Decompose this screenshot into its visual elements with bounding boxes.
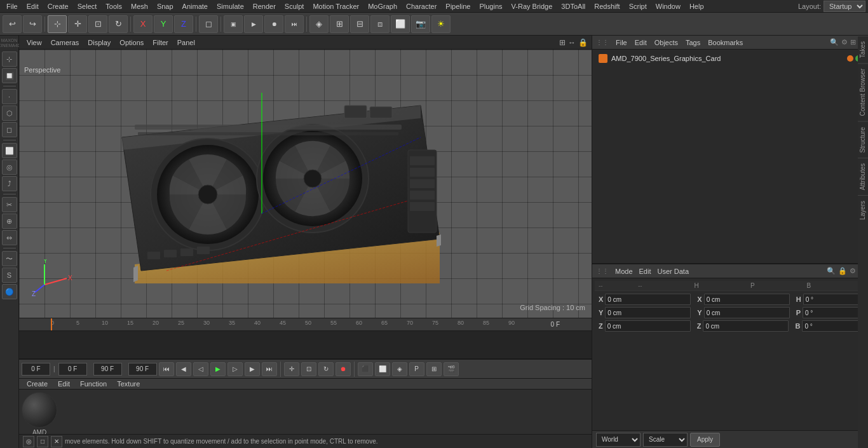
light-button[interactable]: ☀ [431,15,451,33]
mat-function[interactable]: Function [76,379,111,389]
lt-weld[interactable]: ⊕ [2,214,17,229]
x-axis-button[interactable]: X [133,15,153,33]
om-tags[interactable]: Tags [682,38,703,47]
vtab-content-browser[interactable]: Content Browser [858,63,868,121]
redo-button[interactable]: ↪ [23,15,42,33]
lt-polygons[interactable]: ◻ [2,122,17,137]
object-mode-button[interactable]: ◻ [199,15,218,33]
world-dropdown[interactable]: World [596,433,641,447]
z-axis-button[interactable]: Z [174,15,193,33]
attr-mode-btn[interactable]: Mode [613,266,635,276]
loop-button[interactable]: ↻ [318,362,334,376]
next-frame-button[interactable]: ▶ [245,362,260,376]
om-object-item[interactable]: AMD_7900_Series_Graphics_Card [595,52,865,65]
lt-bridge[interactable]: ⇔ [2,230,17,245]
vtab-layers[interactable]: Layers [858,195,868,225]
menu-window[interactable]: Window [652,1,684,11]
scale-tool-button[interactable]: ⊡ [88,15,107,33]
vp-view[interactable]: View [23,37,46,48]
coord-z-pos-input[interactable] [605,320,691,332]
key-type-button[interactable]: ◈ [392,362,407,376]
render-region-button[interactable]: ▣ [224,15,243,33]
play-button[interactable]: ▶ [210,362,226,376]
prev-key-button[interactable]: ◁ [193,362,208,376]
workplane-button[interactable]: ⊟ [350,15,369,33]
attr-lock-icon[interactable]: 🔒 [838,267,847,275]
om-bookmarks[interactable]: Bookmarks [705,38,746,47]
first-frame-button[interactable]: ⏮ [159,362,174,376]
menu-mesh[interactable]: Mesh [127,1,152,11]
menu-sculpt[interactable]: Sculpt [281,1,308,11]
lt-points[interactable]: · [2,89,17,104]
attr-settings-icon[interactable]: ⚙ [850,267,856,275]
om-search-icon[interactable]: 🔍 [830,38,839,46]
current-frame-input[interactable] [58,363,87,376]
om-objects[interactable]: Objects [651,38,681,47]
render-all-button[interactable]: ⏺ [264,15,283,33]
render-queue-button[interactable]: ⏭ [285,15,304,33]
prev-frame-button[interactable]: ◀ [176,362,191,376]
menu-snap[interactable]: Snap [153,1,177,11]
scale-key-button[interactable]: ⊡ [301,362,316,376]
menu-tools[interactable]: Tools [102,1,126,11]
coord-x-pos-input[interactable] [605,294,691,305]
lt-smooth[interactable]: ◎ [2,160,17,175]
timeline-track[interactable] [19,331,592,359]
floor-button[interactable]: ⬜ [391,15,410,33]
menu-motion-tracker[interactable]: Motion Tracker [309,1,363,11]
menu-help[interactable]: Help [686,1,708,11]
end-frame-input-2[interactable] [128,363,157,376]
key-auto-button[interactable]: P [409,362,424,376]
status-icon-1[interactable]: ◎ [23,436,34,447]
lt-select-texture[interactable]: 🔲 [2,68,17,83]
key-add-button[interactable]: ⬛ [358,362,373,376]
key-all-button[interactable]: ⊞ [426,362,442,376]
lt-spline[interactable]: 〜 [2,251,17,266]
undo-button[interactable]: ↩ [3,15,22,33]
object-snap-button[interactable]: ◈ [309,15,329,33]
attr-edit-btn[interactable]: Edit [637,266,654,276]
menu-render[interactable]: Render [249,1,280,11]
material-item[interactable]: AMD [22,392,57,436]
move-key-button[interactable]: ✛ [284,362,299,376]
mat-texture[interactable]: Texture [113,379,144,389]
menu-redshift[interactable]: Redshift [590,1,623,11]
vp-cameras[interactable]: Cameras [47,37,83,48]
menu-vray[interactable]: V-Ray Bridge [508,1,557,11]
menu-pipeline[interactable]: Pipeline [442,1,474,11]
coord-y-pos-input[interactable] [605,307,691,318]
camera-button[interactable]: 📷 [411,15,430,33]
move-tool-button[interactable]: ✛ [68,15,87,33]
y-axis-button[interactable]: Y [154,15,173,33]
vp-filter[interactable]: Filter [149,37,172,48]
select-tool-button[interactable]: ⊹ [48,15,67,33]
menu-file[interactable]: File [3,1,22,11]
key-remove-button[interactable]: ⬜ [375,362,390,376]
mat-edit[interactable]: Edit [54,379,74,389]
lt-floor[interactable]: ⬜ [2,143,17,158]
menu-edit[interactable]: Edit [23,1,43,11]
om-expand-icon[interactable]: ⊞ [850,38,856,46]
lt-edges[interactable]: ⬡ [2,105,17,121]
menu-select[interactable]: Select [74,1,101,11]
lt-select-model[interactable]: ⊹ [2,51,17,67]
apply-button[interactable]: Apply [690,433,720,447]
vp-options[interactable]: Options [116,37,147,48]
layout-dropdown[interactable]: Startup [824,1,865,12]
scale-dropdown[interactable]: Scale [643,433,688,447]
vtab-takes[interactable]: Takes [858,36,868,63]
next-key-button[interactable]: ▷ [227,362,243,376]
lt-paint[interactable]: 🔵 [2,284,17,299]
menu-animate[interactable]: Animate [179,1,212,11]
attr-userdata-btn[interactable]: User Data [655,266,692,276]
vp-panel[interactable]: Panel [173,37,199,48]
vp-icon-lock[interactable]: 🔒 [578,38,588,47]
rotate-tool-button[interactable]: ↻ [109,15,128,33]
coord-y2-input[interactable] [704,307,790,318]
menu-simulate[interactable]: Simulate [213,1,248,11]
status-icon-3[interactable]: ✕ [51,436,62,447]
vp-icon-settings[interactable]: ↔ [568,38,576,47]
vp-display[interactable]: Display [84,37,114,48]
lt-knife[interactable]: ✂ [2,197,17,212]
start-frame-input[interactable] [22,363,50,376]
